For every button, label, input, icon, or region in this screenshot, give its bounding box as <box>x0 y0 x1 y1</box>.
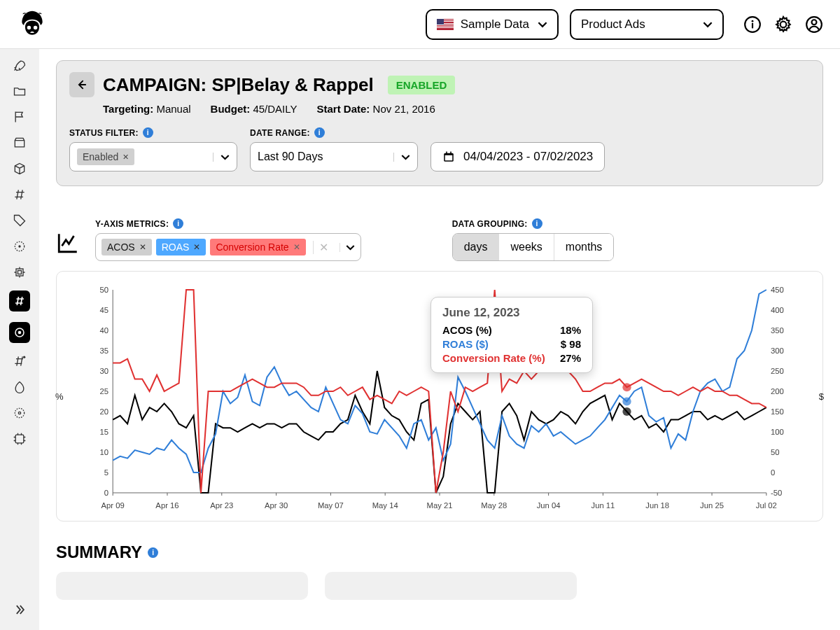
sidebar-target-icon[interactable] <box>12 239 27 254</box>
svg-text:200: 200 <box>771 387 784 396</box>
svg-text:40: 40 <box>99 326 108 335</box>
status-filter-chip[interactable]: Enabled✕ <box>77 148 134 165</box>
metrics-clear-icon[interactable]: ✕ <box>313 241 334 254</box>
svg-rect-7 <box>16 269 23 276</box>
targeting-value: Manual <box>156 103 190 115</box>
summary-card <box>325 572 577 600</box>
grouping-toggle: days weeks months <box>452 233 615 261</box>
info-icon[interactable]: i <box>143 127 153 138</box>
tooltip-conv-label: Conversion Rate (%) <box>442 352 545 364</box>
grouping-days[interactable]: days <box>453 234 500 260</box>
svg-text:Apr 30: Apr 30 <box>265 501 288 510</box>
sidebar-box-icon[interactable] <box>12 135 27 150</box>
svg-text:May 28: May 28 <box>481 501 507 510</box>
gear-icon[interactable] <box>774 15 792 34</box>
svg-text:May 07: May 07 <box>318 501 344 510</box>
status-filter-select[interactable]: Enabled✕ <box>69 142 237 172</box>
svg-text:250: 250 <box>771 367 784 375</box>
chevron-down-icon <box>220 153 230 162</box>
right-axis-label: $ <box>819 391 824 402</box>
status-badge: ENABLED <box>388 76 456 94</box>
svg-text:0: 0 <box>104 489 108 497</box>
info-icon[interactable] <box>743 15 762 34</box>
info-icon[interactable]: i <box>314 127 325 138</box>
svg-rect-18 <box>450 152 451 155</box>
svg-point-10 <box>18 331 22 335</box>
chart-type-icon[interactable] <box>56 231 81 256</box>
sidebar-cube-icon[interactable] <box>12 161 27 176</box>
sidebar-rocket-icon[interactable] <box>12 57 27 73</box>
sidebar <box>0 49 39 630</box>
sidebar-hash-filled-icon[interactable] <box>9 290 30 312</box>
svg-text:Jul 02: Jul 02 <box>756 501 777 510</box>
sidebar-chip-icon[interactable] <box>12 265 27 280</box>
svg-rect-16 <box>445 155 453 161</box>
product-select[interactable]: Product Ads <box>570 9 724 40</box>
data-source-select[interactable]: Sample Data <box>426 9 559 40</box>
status-filter-label: STATUS FILTER: <box>69 128 139 138</box>
svg-text:50: 50 <box>771 448 780 456</box>
sidebar-hash-icon[interactable] <box>12 187 27 202</box>
left-axis-label: % <box>55 391 64 402</box>
metric-chip-roas[interactable]: ROAS✕ <box>156 239 206 255</box>
tooltip-roas-value: $ 98 <box>561 338 581 350</box>
sidebar-hash-dot-icon[interactable] <box>12 354 27 369</box>
start-date-label: Start Date: <box>317 103 370 115</box>
sidebar-target-filled-icon[interactable] <box>9 322 30 343</box>
svg-text:May 14: May 14 <box>372 501 398 510</box>
info-icon[interactable]: i <box>532 218 542 229</box>
chevron-down-icon <box>346 243 355 252</box>
sidebar-tag-icon[interactable] <box>12 213 27 228</box>
chevron-down-icon <box>538 20 547 29</box>
campaign-header: CAMPAIGN: SP|Belay & Rappel ENABLED Targ… <box>56 60 823 186</box>
metric-chip-acos[interactable]: ACOS✕ <box>102 239 152 255</box>
sidebar-expand-icon[interactable] <box>12 602 27 617</box>
sidebar-chip2-icon[interactable] <box>12 431 27 447</box>
metrics-label: Y-AXIS METRICS: <box>95 219 169 229</box>
svg-point-69 <box>622 407 631 416</box>
svg-point-13 <box>18 412 20 414</box>
user-icon[interactable] <box>805 15 823 34</box>
budget-label: Budget: <box>211 103 251 115</box>
info-icon[interactable]: i <box>148 547 158 558</box>
sidebar-folder-icon[interactable] <box>12 83 27 99</box>
svg-text:Apr 23: Apr 23 <box>210 501 233 510</box>
svg-text:30: 30 <box>99 367 108 375</box>
svg-rect-8 <box>18 271 22 274</box>
tooltip-date: June 12, 2023 <box>442 306 581 320</box>
sidebar-flag-icon[interactable] <box>12 109 27 125</box>
tooltip-conv-value: 27% <box>560 352 581 364</box>
flag-us-icon <box>437 19 454 30</box>
daterange-select[interactable]: Last 90 Days <box>250 142 418 172</box>
svg-rect-2 <box>752 22 753 28</box>
svg-point-6 <box>18 245 20 247</box>
svg-point-12 <box>15 408 24 417</box>
svg-text:300: 300 <box>771 346 784 355</box>
info-icon[interactable]: i <box>173 218 183 229</box>
svg-rect-17 <box>446 152 447 155</box>
date-picker[interactable]: 04/04/2023 - 07/02/2023 <box>430 142 605 172</box>
chart-card: % $ 05101520253035404550-500501001502002… <box>56 271 823 522</box>
svg-text:400: 400 <box>771 306 784 314</box>
back-button[interactable] <box>69 72 94 97</box>
tooltip-acos-value: 18% <box>560 324 581 336</box>
svg-text:10: 10 <box>99 448 108 456</box>
svg-point-71 <box>622 383 631 391</box>
sidebar-target2-icon[interactable] <box>12 405 27 421</box>
tooltip-acos-label: ACOS (%) <box>442 324 492 336</box>
svg-text:Jun 25: Jun 25 <box>700 501 724 510</box>
sidebar-tag2-icon[interactable] <box>12 379 27 395</box>
svg-text:150: 150 <box>771 407 784 416</box>
arrow-left-icon <box>75 78 89 92</box>
svg-point-4 <box>812 20 817 24</box>
svg-text:50: 50 <box>99 286 108 294</box>
svg-text:-50: -50 <box>771 489 782 497</box>
grouping-weeks[interactable]: weeks <box>499 234 554 260</box>
chart-tooltip: June 12, 2023 ACOS (%)18% ROAS ($)$ 98 C… <box>430 297 593 373</box>
summary-title: SUMMARY <box>56 542 142 562</box>
grouping-months[interactable]: months <box>554 234 613 260</box>
metrics-select[interactable]: ACOS✕ ROAS✕ Conversion Rate✕ ✕ <box>95 233 361 261</box>
metric-chip-conversion[interactable]: Conversion Rate✕ <box>210 239 305 255</box>
svg-text:35: 35 <box>99 346 108 355</box>
svg-text:Apr 16: Apr 16 <box>155 501 178 510</box>
